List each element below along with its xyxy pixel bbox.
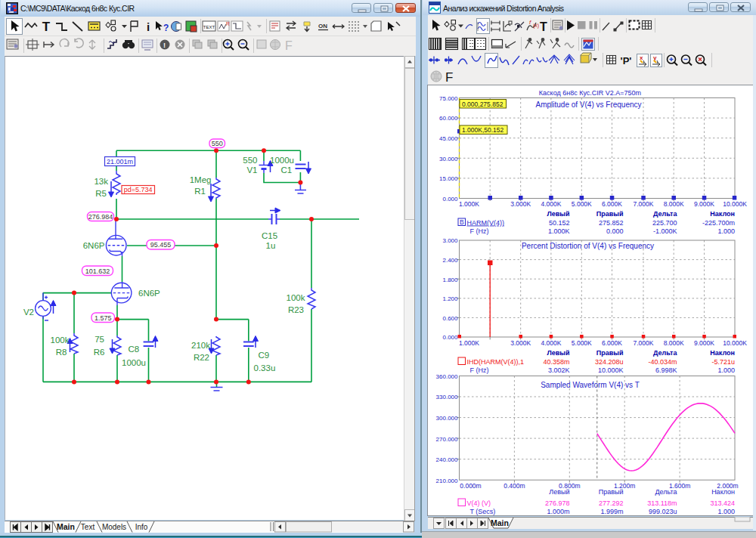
svg-text:V2: V2 — [23, 308, 34, 317]
svg-text:3.000: 3.000 — [442, 237, 458, 244]
svg-text:ON: ON — [318, 23, 327, 29]
svg-text:0.33u: 0.33u — [254, 363, 276, 373]
svg-text:Каскод 6н8с Кус.CIR V2.A=750m: Каскод 6н8с Кус.CIR V2.A=750m — [539, 89, 641, 97]
svg-text:5.000K: 5.000K — [572, 200, 592, 208]
svg-text:Левый: Левый — [547, 210, 569, 218]
svg-text:276.978: 276.978 — [545, 499, 570, 507]
svg-text:1.000m: 1.000m — [547, 508, 569, 515]
svg-text:1u: 1u — [266, 241, 276, 250]
svg-text:101.632: 101.632 — [85, 267, 110, 275]
svg-text:R6: R6 — [94, 348, 105, 357]
svg-text:(x): (x) — [533, 23, 539, 29]
svg-text:HARM(V(4)): HARM(V(4)) — [467, 219, 505, 227]
svg-text:270.000: 270.000 — [436, 436, 458, 443]
svg-text:277.292: 277.292 — [599, 499, 624, 507]
svg-text:9.000K: 9.000K — [694, 339, 714, 347]
svg-text:x: x — [640, 54, 643, 61]
svg-text:T: T — [42, 20, 51, 34]
svg-text:8.000K: 8.000K — [664, 339, 684, 347]
svg-text:Дельта: Дельта — [655, 488, 677, 496]
svg-text:TEXT: TEXT — [203, 25, 215, 29]
svg-text:Models: Models — [102, 523, 126, 531]
svg-text:0.600: 0.600 — [442, 315, 458, 322]
svg-text:R23: R23 — [288, 305, 304, 314]
svg-text:F: F — [285, 39, 293, 52]
svg-text:Левый: Левый — [547, 349, 569, 357]
svg-text:F (Hz): F (Hz) — [470, 366, 489, 374]
svg-text:3.002K: 3.002K — [548, 366, 570, 374]
svg-text:?: ? — [163, 23, 169, 33]
svg-text:7.000K: 7.000K — [634, 339, 654, 347]
svg-text:R5: R5 — [95, 189, 107, 198]
svg-text:313.118m: 313.118m — [647, 499, 677, 507]
svg-text:60.000: 60.000 — [439, 115, 458, 122]
svg-text:1.000K: 1.000K — [548, 227, 570, 235]
svg-text:-40.034m: -40.034m — [648, 358, 677, 366]
svg-text:R: R — [226, 21, 230, 26]
svg-text:-5.721u: -5.721u — [711, 358, 735, 366]
svg-text:F: F — [445, 70, 453, 85]
svg-text:210.000: 210.000 — [436, 478, 458, 484]
svg-text:0.400m: 0.400m — [503, 482, 525, 490]
svg-text:1.000: 1.000 — [717, 366, 735, 374]
svg-text:Amplitude of V(4) vs Frequency: Amplitude of V(4) vs Frequency — [535, 100, 641, 109]
svg-text:Наклон: Наклон — [711, 488, 735, 496]
svg-text:1Meg: 1Meg — [190, 175, 212, 184]
svg-text:1.000K,50.152: 1.000K,50.152 — [462, 126, 504, 134]
svg-text:13k: 13k — [94, 177, 108, 186]
svg-text:'P': 'P' — [621, 55, 632, 66]
svg-text:B: B — [460, 218, 464, 226]
svg-text:5.000K: 5.000K — [572, 339, 592, 347]
svg-text:-1.000K: -1.000K — [653, 227, 677, 235]
svg-text:i: i — [147, 20, 150, 33]
svg-text:6.000K: 6.000K — [602, 200, 622, 208]
svg-text:1.000: 1.000 — [717, 508, 735, 515]
svg-text:1.575: 1.575 — [94, 314, 112, 322]
svg-text:Text: Text — [81, 523, 95, 531]
svg-text:1.000K: 1.000K — [459, 339, 479, 347]
svg-text:1.200: 1.200 — [442, 295, 458, 302]
svg-text:Percent Distortion of V(4) vs: Percent Distortion of V(4) vs Frequency — [522, 242, 654, 250]
svg-text:30.000: 30.000 — [439, 156, 458, 162]
svg-text:75.000: 75.000 — [439, 95, 458, 102]
svg-text:!: ! — [163, 42, 166, 49]
svg-text:225.700: 225.700 — [652, 219, 677, 227]
svg-text:Правый: Правый — [599, 488, 624, 496]
svg-text:Наклон: Наклон — [710, 210, 735, 218]
svg-text:2.400: 2.400 — [442, 257, 458, 264]
svg-text:210k: 210k — [191, 341, 210, 350]
svg-text:Main: Main — [491, 518, 509, 527]
svg-text:pd=5.734: pd=5.734 — [124, 186, 153, 193]
svg-text:50.152: 50.152 — [549, 219, 570, 227]
svg-text:6.998K: 6.998K — [655, 366, 677, 374]
svg-text:y: y — [653, 54, 657, 61]
svg-text:C15: C15 — [262, 231, 277, 240]
svg-text:0.000,275.852: 0.000,275.852 — [462, 100, 503, 108]
svg-text:Main: Main — [57, 522, 75, 531]
svg-text:-225.700m: -225.700m — [702, 219, 735, 227]
svg-text:100k: 100k — [287, 293, 305, 302]
svg-text:C9: C9 — [259, 351, 270, 360]
svg-text:8.000K: 8.000K — [664, 200, 684, 208]
svg-text:C8: C8 — [129, 345, 140, 354]
svg-text:1.000K: 1.000K — [459, 200, 479, 208]
svg-text:V1: V1 — [246, 165, 257, 175]
svg-text:C1: C1 — [281, 165, 293, 175]
svg-text:10.000K: 10.000K — [723, 200, 747, 208]
svg-text:9.000K: 9.000K — [694, 200, 714, 208]
svg-text:Дельта: Дельта — [653, 210, 677, 218]
svg-text:0.000: 0.000 — [442, 334, 458, 341]
svg-text:6.000K: 6.000K — [602, 339, 622, 347]
svg-text:6N6P: 6N6P — [83, 241, 105, 250]
svg-text:1000u: 1000u — [122, 358, 146, 367]
svg-text:Наклон: Наклон — [710, 349, 735, 357]
svg-text:6N6P: 6N6P — [138, 289, 160, 298]
svg-text:1.999m: 1.999m — [600, 508, 623, 515]
svg-text:10.000K: 10.000K — [598, 366, 624, 374]
svg-text:240.000: 240.000 — [436, 456, 458, 463]
svg-text:75: 75 — [94, 335, 104, 344]
svg-text:21.001m: 21.001m — [107, 158, 133, 165]
svg-text:R22: R22 — [194, 353, 209, 362]
svg-text:15.000: 15.000 — [439, 175, 458, 182]
svg-text:T (Secs): T (Secs) — [470, 508, 496, 515]
